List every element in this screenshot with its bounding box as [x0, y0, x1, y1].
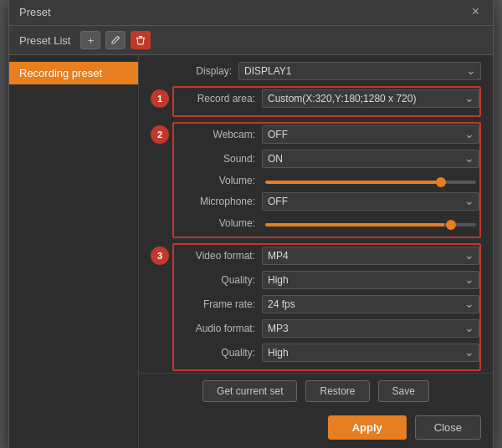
dialog-close-button[interactable]: ×: [469, 5, 483, 18]
microphone-select[interactable]: OFF: [262, 192, 479, 211]
audio-format-select-wrapper: MP3: [262, 319, 479, 338]
section2-border: Webcam: OFF Sound:: [172, 122, 481, 238]
record-area-row: Record area: Custom(X:320,Y:180;1280 x 7…: [174, 89, 479, 108]
restore-button[interactable]: Restore: [305, 380, 369, 402]
video-format-select-wrapper: MP4: [262, 247, 479, 265]
get-current-set-button[interactable]: Get current set: [202, 380, 297, 402]
edit-preset-button[interactable]: [105, 31, 126, 49]
preset-dialog: Preset × Preset List + Recording preset: [8, 0, 494, 448]
section3-border: Video format: MP4 Quality:: [172, 243, 481, 371]
sound-label: Sound:: [174, 153, 262, 165]
title-bar-left: Preset: [19, 6, 51, 18]
sound-volume-label: Volume:: [174, 175, 262, 186]
add-preset-button[interactable]: +: [80, 31, 100, 49]
display-select[interactable]: DISPLAY1: [238, 62, 481, 80]
video-format-select[interactable]: MP4: [262, 247, 479, 265]
mic-volume-slider[interactable]: [265, 223, 476, 227]
sidebar-item-recording-preset[interactable]: Recording preset: [9, 62, 138, 84]
mic-volume-slider-container: [262, 216, 479, 229]
sound-volume-slider-container: [262, 174, 479, 186]
video-format-row: Video format: MP4: [174, 247, 479, 265]
audio-format-select[interactable]: MP3: [262, 319, 479, 338]
frame-rate-label: Frame rate:: [174, 298, 262, 310]
microphone-label: Microphone:: [174, 196, 262, 207]
sound-select-wrapper: ON: [262, 150, 479, 168]
toolbar: Preset List +: [9, 26, 493, 55]
audio-format-label: Audio format:: [174, 323, 262, 334]
record-area-select[interactable]: Custom(X:320,Y:180;1280 x 720): [262, 89, 479, 108]
display-label: Display:: [151, 65, 238, 77]
main-panel: Display: DISPLAY1 1 Record area:: [139, 55, 493, 448]
delete-icon: [136, 35, 146, 45]
sound-volume-row: Volume:: [174, 174, 479, 186]
audio-quality-select[interactable]: High: [262, 344, 479, 362]
audio-quality-select-wrapper: High: [262, 344, 479, 362]
webcam-label: Webcam:: [174, 129, 262, 140]
sound-select[interactable]: ON: [262, 150, 479, 168]
section1-border: Record area: Custom(X:320,Y:180;1280 x 7…: [172, 86, 481, 117]
audio-quality-label: Quality:: [174, 347, 262, 359]
form-area: Display: DISPLAY1 1 Record area:: [139, 55, 493, 373]
sidebar: Recording preset: [9, 55, 139, 448]
step2-circle: 2: [151, 125, 169, 144]
section1-wrapper: 1 Record area: Custom(X:320,Y:180;1280 x…: [151, 86, 481, 119]
content-area: Recording preset Display: DISPLAY1 1: [9, 55, 493, 448]
mic-volume-label: Volume:: [174, 217, 262, 229]
dialog-title: Preset: [19, 6, 51, 18]
sound-row: Sound: ON: [174, 150, 479, 168]
video-quality-row: Quality: High: [174, 271, 479, 289]
svg-rect-1: [139, 36, 142, 38]
webcam-row: Webcam: OFF: [174, 125, 479, 144]
video-quality-select-wrapper: High: [262, 271, 479, 289]
frame-rate-select[interactable]: 24 fps: [262, 295, 479, 313]
svg-rect-0: [136, 38, 145, 38]
section2-wrapper: 2 Webcam: OFF: [151, 122, 481, 240]
edit-icon: [110, 35, 120, 45]
save-button[interactable]: Save: [378, 380, 429, 402]
webcam-select-wrapper: OFF: [262, 125, 479, 144]
footer-actions: Apply Close: [139, 409, 493, 448]
section3-wrapper: 3 Video format: MP4: [151, 243, 481, 373]
display-row: Display: DISPLAY1: [151, 62, 481, 80]
frame-rate-select-wrapper: 24 fps: [262, 295, 479, 313]
audio-quality-row: Quality: High: [174, 344, 479, 362]
frame-rate-row: Frame rate: 24 fps: [174, 295, 479, 313]
video-quality-select[interactable]: High: [262, 271, 479, 289]
sound-volume-slider[interactable]: [265, 181, 476, 184]
microphone-row: Microphone: OFF: [174, 192, 479, 211]
record-area-select-wrapper: Custom(X:320,Y:180;1280 x 720): [262, 89, 479, 108]
toolbar-title: Preset List: [19, 34, 70, 47]
display-select-wrapper: DISPLAY1: [238, 62, 481, 80]
record-area-label: Record area:: [174, 93, 262, 104]
close-button[interactable]: Close: [415, 415, 481, 440]
step1-circle: 1: [151, 89, 169, 108]
video-quality-label: Quality:: [174, 274, 262, 286]
title-bar: Preset ×: [9, 0, 493, 26]
step3-circle: 3: [151, 247, 169, 265]
bottom-actions: Get current set Restore Save: [139, 373, 493, 409]
apply-button[interactable]: Apply: [328, 415, 407, 440]
webcam-select[interactable]: OFF: [262, 125, 479, 144]
microphone-select-wrapper: OFF: [262, 192, 479, 211]
audio-format-row: Audio format: MP3: [174, 319, 479, 338]
delete-preset-button[interactable]: [131, 31, 151, 49]
mic-volume-row: Volume:: [174, 216, 479, 229]
video-format-label: Video format:: [174, 250, 262, 262]
